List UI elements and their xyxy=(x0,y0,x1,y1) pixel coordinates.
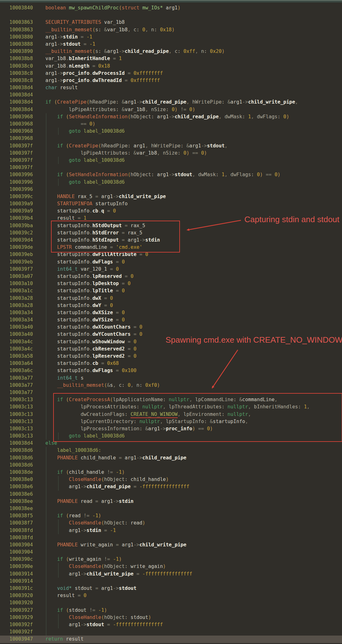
address-gutter-cell[interactable]: 10003904 xyxy=(9,549,33,556)
code-line[interactable]: 10003920 result = 0 xyxy=(0,592,342,599)
code-line[interactable]: 100039a9 startupInfo.cb.q = 0 xyxy=(0,207,342,215)
address-gutter-cell[interactable]: 100038d6 xyxy=(9,454,33,462)
code-line[interactable]: 10003a28 startupInfo.dwX = 0 xyxy=(0,295,342,302)
address-gutter-cell[interactable]: 100038fd xyxy=(9,534,33,541)
code-line[interactable]: 10003a58 startupInfo.lpReserved2 = 0 xyxy=(0,353,342,360)
code-line[interactable]: 100038d4 xyxy=(0,91,342,99)
code-line[interactable]: 100039eb startupInfo.dwFillAttribute = 0 xyxy=(0,251,342,258)
address-gutter-cell[interactable]: 100038e6 xyxy=(9,491,33,498)
address-gutter-cell[interactable]: 10003a6c xyxy=(9,367,33,374)
code-line[interactable]: 10003904 xyxy=(0,549,342,556)
code-line[interactable]: 10003a77 xyxy=(0,389,342,396)
code-line[interactable]: 10003a07 startupInfo.lpReserved = 0 xyxy=(0,273,342,280)
address-gutter-cell[interactable]: 10003904 xyxy=(9,541,33,549)
address-gutter-cell[interactable]: 10003880 xyxy=(9,33,33,41)
address-gutter-cell[interactable]: 100038d4 xyxy=(9,91,33,99)
address-gutter-cell[interactable]: 1000390c xyxy=(9,556,33,563)
address-gutter-cell[interactable]: 100038d4 xyxy=(9,106,33,113)
address-gutter-cell[interactable]: 100038c0 xyxy=(9,63,33,70)
code-line[interactable]: 1000390e CloseHandle(hObject: write_agai… xyxy=(0,563,342,570)
code-line[interactable]: 10003c13 goto label_100038d6 xyxy=(0,432,342,440)
code-line[interactable]: 100038ee PHANDLE read = arg1->stdin xyxy=(0,498,342,505)
address-gutter-cell[interactable]: 100038e6 xyxy=(9,483,33,490)
code-line[interactable]: 10003968 xyxy=(0,135,342,142)
address-gutter-cell[interactable]: 1000392f xyxy=(9,628,33,636)
address-gutter-cell[interactable]: 10003c13 xyxy=(9,396,33,403)
code-line[interactable]: 10003880arg1->stdin = -1 xyxy=(0,33,342,41)
code-line[interactable]: 10003a4c startupInfo.wShowWindow = 0 xyxy=(0,338,342,345)
code-line[interactable]: 1000391c void* stdout = arg1->stdout xyxy=(0,585,342,592)
address-gutter-cell[interactable]: 10003a77 xyxy=(9,382,33,389)
address-gutter-cell[interactable]: 100039a9 xyxy=(9,207,33,215)
code-line[interactable]: 10003a77 __builtin_memset(&s, c: 0, n: 0… xyxy=(0,382,342,389)
address-gutter-cell[interactable]: 100038ee xyxy=(9,505,33,512)
code-line[interactable]: 100038d4else xyxy=(0,440,342,447)
address-gutter-cell[interactable]: 10003996 xyxy=(9,179,33,186)
code-line[interactable]: 10003a40 startupInfo.dwXCountChars = 0 xyxy=(0,324,342,331)
address-gutter-cell[interactable]: 10003a40 xyxy=(9,331,33,338)
address-gutter-cell[interactable]: 10003996 xyxy=(9,171,33,178)
address-gutter-cell[interactable]: 100038d4 xyxy=(9,99,33,106)
code-line[interactable]: 100038f5 if (read != -1) xyxy=(0,512,342,519)
address-gutter-cell[interactable]: 10003a10 xyxy=(9,280,33,287)
address-gutter-cell[interactable]: 10003920 xyxy=(9,599,33,606)
address-gutter-cell[interactable]: 10003c13 xyxy=(9,418,33,425)
code-line[interactable]: 100039de LPSTR commandLine = 'cmd.exe' xyxy=(0,244,342,251)
code-line[interactable]: 10003a64 startupInfo.cb = 0x68 xyxy=(0,360,342,367)
address-gutter-cell[interactable]: 10003968 xyxy=(9,128,33,135)
address-gutter-cell[interactable]: 1000391c xyxy=(9,585,33,592)
code-line[interactable]: 10003968 == 0) xyxy=(0,120,342,128)
code-line[interactable]: 10003914 xyxy=(0,578,342,585)
code-line[interactable]: 10003929 CloseHandle(hObject: stdout) xyxy=(0,614,342,621)
address-gutter-cell[interactable]: 10003a40 xyxy=(9,324,33,331)
address-gutter-cell[interactable]: 10003840 xyxy=(9,4,33,12)
code-line[interactable]: 1000397f if (CreatePipe(hReadPipe: arg1,… xyxy=(0,142,342,150)
code-line[interactable]: 100038d4char result xyxy=(0,84,342,91)
address-gutter-cell[interactable]: 100038fd xyxy=(9,527,33,534)
address-gutter-cell[interactable]: 100039d4 xyxy=(9,237,33,244)
code-line[interactable]: 100038fd arg1->stdin = -1 xyxy=(0,527,342,534)
code-line[interactable]: 100038d6 label_100038d6: xyxy=(0,447,342,454)
address-gutter-cell[interactable]: 100039c2 xyxy=(9,229,33,237)
address-gutter-cell[interactable]: 10003927 xyxy=(9,607,33,614)
address-gutter-cell[interactable]: 10003c13 xyxy=(9,403,33,411)
address-gutter-cell[interactable]: 100039eb xyxy=(9,251,33,258)
code-line[interactable]: 100039c2 startupInfo.hStdError = rax_5 xyxy=(0,229,342,237)
code-line[interactable]: 100038c8arg1->proc_info.dwProcessId = 0x… xyxy=(0,70,342,77)
code-line[interactable]: 10003a77 int64_t s xyxy=(0,375,342,382)
address-gutter-cell[interactable]: 1000399c xyxy=(9,193,33,200)
address-gutter-cell[interactable]: 10003914 xyxy=(9,578,33,585)
address-gutter-cell[interactable]: 1000397f xyxy=(9,150,33,157)
code-line[interactable]: 10003a28 startupInfo.dwY = 0 xyxy=(0,302,342,309)
code-line[interactable]: 100038f7 CloseHandle(hObject: read) xyxy=(0,519,342,527)
address-gutter-cell[interactable]: 10003a28 xyxy=(9,295,33,302)
code-line[interactable]: 10003c13 lpProcessAttributes: nullptr, l… xyxy=(0,403,342,411)
code-line[interactable]: 1000397f goto label_100038d6 xyxy=(0,157,342,164)
address-gutter-cell[interactable]: 1000397f xyxy=(9,157,33,164)
address-gutter-cell[interactable]: 100039f7 xyxy=(9,266,33,273)
code-line[interactable]: 10003890__builtin_memset(s: &arg1->child… xyxy=(0,48,342,55)
address-gutter-cell[interactable]: 100038d6 xyxy=(9,447,33,454)
address-gutter-cell[interactable]: 1000397f xyxy=(9,142,33,150)
code-line[interactable]: 10003914 arg1->child_write_pipe = -fffff… xyxy=(0,570,342,578)
address-gutter-cell[interactable]: 10003a77 xyxy=(9,375,33,382)
address-gutter-cell[interactable]: 100038de xyxy=(9,469,33,476)
address-gutter-cell[interactable]: 100038e0 xyxy=(9,476,33,483)
code-line[interactable]: 10003c13 lpProcessInformation: &arg1->pr… xyxy=(0,425,342,432)
code-line[interactable]: 100039ba startupInfo.hStdOutput = rax_5 xyxy=(0,222,342,229)
address-gutter-cell[interactable]: 10003a34 xyxy=(9,316,33,324)
code-line[interactable]: 100039f7 int64_t var_120_1 = 0 xyxy=(0,266,342,273)
code-line[interactable]: 100039a9 STARTUPINFOA startupInfo xyxy=(0,200,342,207)
code-line[interactable]: 100039b4 result = 1 xyxy=(0,215,342,222)
address-gutter-cell[interactable]: 10003a1c xyxy=(9,287,33,294)
address-gutter-cell[interactable]: 10003c13 xyxy=(9,425,33,432)
code-line[interactable]: 1000397f xyxy=(0,164,342,171)
address-gutter-cell[interactable]: 10003a07 xyxy=(9,273,33,280)
code-line[interactable]: 100038ee xyxy=(0,505,342,512)
address-gutter-cell[interactable]: 100039ba xyxy=(9,222,33,229)
address-gutter-cell[interactable]: 1000397f xyxy=(9,164,33,171)
address-gutter-cell[interactable]: 10003863 xyxy=(9,19,33,26)
address-gutter-cell[interactable]: 100039eb xyxy=(9,258,33,266)
address-gutter-cell[interactable]: 100039de xyxy=(9,244,33,251)
address-gutter-cell[interactable]: 10003920 xyxy=(9,592,33,599)
